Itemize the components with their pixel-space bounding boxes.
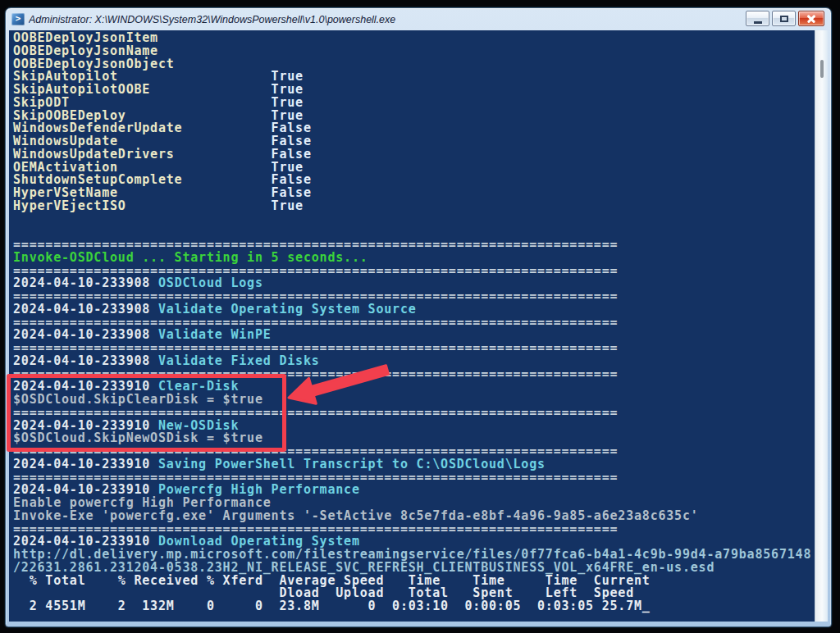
- annotation-highlight-box: [7, 374, 286, 452]
- console-line: HyperVEjectISO True: [13, 200, 815, 213]
- scrollbar-thumb[interactable]: [820, 60, 824, 78]
- maximize-icon: [780, 16, 788, 22]
- minimize-icon: [754, 21, 762, 24]
- powershell-icon: >: [11, 13, 25, 25]
- console-text-segment: _: [642, 599, 651, 613]
- window-controls: [743, 11, 824, 26]
- console-area: OOBEDeployJsonItemOOBEDeployJsonNameOOBE…: [9, 30, 828, 622]
- annotation-arrow-icon: [279, 359, 398, 412]
- console-line: 2 4551M 2 132M 0 0 23.8M 0 0:03:10 0:00:…: [13, 600, 815, 613]
- console-text-segment: HyperVEjectISO: [13, 198, 272, 213]
- maximize-button[interactable]: [772, 11, 796, 26]
- powershell-window: > Administrator: X:\WINDOWS\System32\Win…: [5, 7, 832, 627]
- minimize-button[interactable]: [746, 11, 769, 26]
- window-title: Administrator: X:\WINDOWS\System32\Windo…: [29, 14, 395, 25]
- console-output[interactable]: OOBEDeployJsonItemOOBEDeployJsonNameOOBE…: [9, 30, 815, 622]
- console-line: [13, 213, 815, 226]
- scrollbar-track[interactable]: [815, 30, 828, 622]
- close-button[interactable]: [798, 11, 824, 26]
- console-text-segment: True: [272, 198, 304, 213]
- title-bar[interactable]: > Administrator: X:\WINDOWS\System32\Win…: [6, 8, 831, 30]
- console-text-segment: 2 4551M 2 132M 0 0 23.8M 0 0:03:10 0:00:…: [13, 599, 642, 613]
- screen: { "window": { "title": "Administrator: X…: [0, 0, 840, 633]
